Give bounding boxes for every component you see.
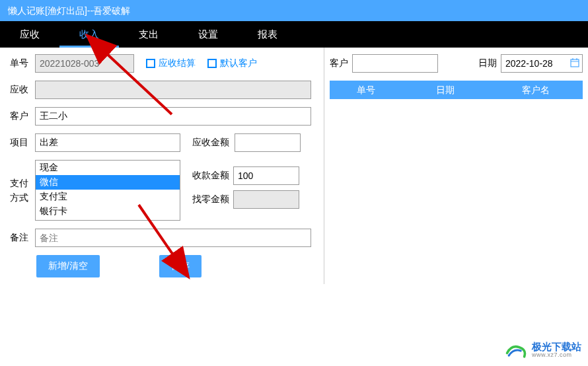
watermark-url: www.xz7.com bbox=[532, 352, 581, 359]
th-customer: 客户名 bbox=[488, 81, 583, 99]
change-amount-input[interactable] bbox=[233, 190, 299, 209]
bill-no-input[interactable] bbox=[35, 54, 134, 73]
receivable-input[interactable] bbox=[35, 81, 311, 99]
checkbox-icon bbox=[207, 59, 217, 68]
receivable-label: 应收 bbox=[10, 84, 35, 96]
filter-date-input[interactable] bbox=[501, 58, 568, 69]
list-item[interactable]: 现金 bbox=[36, 161, 180, 175]
watermark: 极光下载站 www.xz7.com bbox=[504, 341, 581, 359]
menu-reports[interactable]: 报表 bbox=[238, 21, 297, 48]
list-item[interactable]: 银行卡 bbox=[36, 204, 180, 219]
list-item[interactable]: 支付宝 bbox=[36, 190, 180, 204]
form-panel: 单号 应收结算 默认客户 应收 客户 项目 应收金额 bbox=[0, 48, 324, 284]
filter-customer-input[interactable] bbox=[352, 54, 438, 73]
default-customer-checkbox-label: 默认客户 bbox=[220, 57, 257, 69]
filter-customer-label: 客户 bbox=[330, 57, 348, 69]
customer-label: 客户 bbox=[10, 110, 35, 122]
receivable-amount-label: 应收金额 bbox=[192, 137, 229, 149]
change-amount-label: 找零金额 bbox=[192, 194, 233, 205]
receive-amount-input[interactable] bbox=[233, 166, 299, 185]
project-label: 项目 bbox=[10, 137, 35, 149]
new-clear-button[interactable]: 新增/清空 bbox=[36, 255, 100, 277]
checkbox-icon bbox=[146, 59, 155, 68]
remark-input[interactable] bbox=[35, 229, 311, 247]
default-customer-checkbox[interactable]: 默认客户 bbox=[207, 57, 257, 69]
menu-receivable[interactable]: 应收 bbox=[0, 21, 59, 48]
menu-settings[interactable]: 设置 bbox=[178, 21, 238, 48]
receive-amount-label: 收款金额 bbox=[192, 170, 233, 182]
settle-checkbox-label: 应收结算 bbox=[159, 57, 196, 69]
window-title-bar: 懒人记账[渔灯出品]--吾爱破解 bbox=[0, 0, 588, 21]
svg-rect-0 bbox=[571, 59, 579, 67]
menu-income[interactable]: 收入 bbox=[59, 21, 119, 48]
watermark-title: 极光下载站 bbox=[532, 342, 581, 353]
customer-input[interactable] bbox=[35, 107, 311, 126]
pay-method-label: 支付 方式 bbox=[10, 160, 35, 221]
receivable-amount-input[interactable] bbox=[235, 133, 301, 152]
watermark-logo-icon bbox=[504, 341, 528, 359]
window-title: 懒人记账[渔灯出品]--吾爱破解 bbox=[8, 5, 130, 16]
remark-label: 备注 bbox=[10, 232, 35, 244]
menu-expense[interactable]: 支出 bbox=[119, 21, 178, 48]
save-button[interactable]: 保存 bbox=[159, 255, 202, 277]
settle-checkbox[interactable]: 应收结算 bbox=[146, 57, 196, 69]
calendar-icon[interactable] bbox=[568, 58, 582, 69]
main-menu-bar: 应收 收入 支出 设置 报表 bbox=[0, 21, 588, 48]
list-panel: 客户 日期 单号 日期 客户名 bbox=[324, 48, 588, 284]
table-header: 单号 日期 客户名 bbox=[330, 81, 583, 99]
list-item[interactable]: 微信 bbox=[36, 175, 180, 190]
filter-date-label: 日期 bbox=[478, 57, 497, 69]
pay-method-listbox[interactable]: 现金 微信 支付宝 银行卡 bbox=[35, 160, 180, 221]
th-date: 日期 bbox=[402, 81, 488, 99]
project-input[interactable] bbox=[35, 133, 180, 152]
date-picker[interactable] bbox=[501, 54, 583, 73]
th-bill-no: 单号 bbox=[330, 81, 402, 99]
bill-no-label: 单号 bbox=[10, 57, 35, 69]
